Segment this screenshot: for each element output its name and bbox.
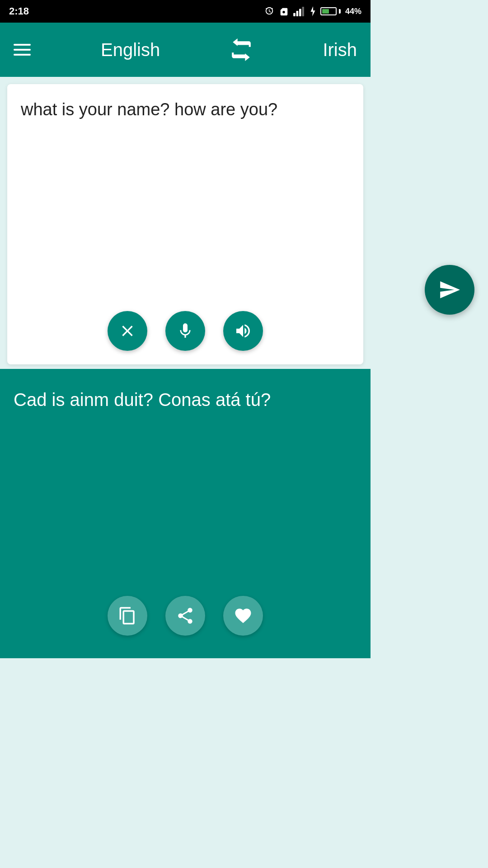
battery-percent: 44% [345, 7, 361, 16]
share-icon [176, 606, 195, 625]
copy-button[interactable] [108, 596, 147, 636]
svg-rect-3 [302, 7, 304, 16]
mic-icon [176, 322, 194, 340]
status-icons: 44% [264, 6, 361, 16]
charging-icon [310, 6, 316, 16]
target-text: Cad is ainm duit? Conas atá tú? [0, 369, 371, 421]
favorite-button[interactable] [223, 596, 263, 636]
svg-rect-1 [296, 11, 299, 16]
mic-button[interactable] [165, 311, 205, 351]
speaker-icon [234, 322, 252, 340]
target-actions [0, 596, 371, 636]
copy-icon [118, 606, 137, 625]
source-text[interactable]: what is your name? how are you? [7, 84, 363, 131]
target-panel: Cad is ainm duit? Conas atá tú? [0, 369, 371, 658]
clear-icon [118, 322, 136, 340]
target-language-button[interactable]: Irish [323, 40, 357, 60]
svg-rect-2 [299, 9, 301, 17]
main-content: what is your name? how are you? [0, 77, 371, 658]
swap-icon [230, 38, 253, 61]
svg-rect-0 [293, 13, 296, 16]
toolbar: English Irish [0, 23, 371, 77]
swap-languages-button[interactable] [230, 38, 253, 61]
sim-icon [279, 6, 289, 16]
status-time: 2:18 [9, 5, 29, 17]
menu-button[interactable] [14, 44, 31, 56]
status-bar: 2:18 44% [0, 0, 371, 23]
source-language-button[interactable]: English [101, 40, 160, 60]
source-actions [7, 311, 363, 351]
heart-icon [234, 606, 253, 625]
battery-indicator [320, 7, 341, 15]
speak-source-button[interactable] [223, 311, 263, 351]
signal-icon [293, 6, 305, 16]
clear-button[interactable] [108, 311, 147, 351]
share-button[interactable] [165, 596, 205, 636]
source-panel: what is your name? how are you? [7, 84, 363, 364]
alarm-icon [264, 6, 274, 16]
